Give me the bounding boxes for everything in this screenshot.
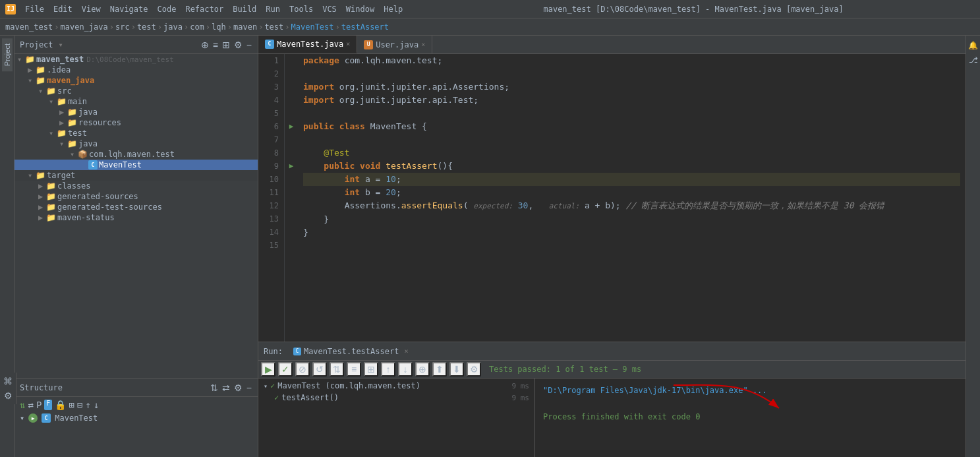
breadcrumb-item[interactable]: MavenTest <box>291 22 334 32</box>
breadcrumb-item[interactable]: test <box>264 22 283 32</box>
run-tab-close[interactable]: × <box>404 348 408 355</box>
menu-code[interactable]: Code <box>154 3 181 15</box>
run-gutter-6[interactable]: ▶ <box>285 120 298 133</box>
menu-help[interactable]: Help <box>380 3 407 15</box>
structure-title: Structure <box>20 383 63 392</box>
tree-item-main[interactable]: ▾ 📁 main <box>14 96 258 107</box>
sort-icon-8[interactable]: ↑ <box>85 400 90 410</box>
project-tree[interactable]: ▾ 📁 maven_test D:\08Code\maven_test ▶ 📁 … <box>14 54 258 378</box>
terminal-button[interactable]: ⌘ <box>3 375 13 387</box>
run-up-button[interactable]: ↑ <box>381 362 395 377</box>
tab-close-button[interactable]: × <box>421 41 425 48</box>
run-stop-button[interactable]: ⊘ <box>295 362 310 377</box>
tree-item-maven-test-file[interactable]: ▶ C MavenTest <box>14 160 258 170</box>
tab-close-button[interactable]: × <box>346 40 350 47</box>
breadcrumb-active: testAssert <box>341 22 389 32</box>
run-play-button[interactable]: ▶ <box>261 362 275 377</box>
tree-item-idea[interactable]: ▶ 📁 .idea <box>14 65 258 75</box>
breadcrumb-item[interactable]: src <box>115 22 130 32</box>
settings-button[interactable]: ⚙ <box>233 39 243 51</box>
run-down-button[interactable]: ↓ <box>398 362 413 377</box>
sort-icon-7[interactable]: ⊟ <box>77 400 82 410</box>
menu-file[interactable]: File <box>21 3 48 15</box>
run-results-tree[interactable]: ▾ ✓ MavenTest (com.lqh.maven.test) 9 ms … <box>258 379 535 457</box>
run-tree-item-maven-test[interactable]: ▾ ✓ MavenTest (com.lqh.maven.test) 9 ms <box>258 380 534 392</box>
structure-close[interactable]: − <box>246 382 252 394</box>
tree-item-package[interactable]: ▾ 📦 com.lqh.maven.test <box>14 149 258 160</box>
menu-window[interactable]: Window <box>342 3 378 15</box>
menu-build[interactable]: Build <box>229 3 260 15</box>
sidebar-dropdown-icon[interactable]: ▾ <box>59 40 63 49</box>
collapse-all-button[interactable]: ≡ <box>212 39 219 51</box>
menu-bar[interactable]: File Edit View Navigate Code Refactor Bu… <box>21 3 407 15</box>
tab-user[interactable]: U User.java × <box>357 36 432 53</box>
breadcrumb-item[interactable]: maven_java <box>60 22 107 32</box>
sort-icon-2[interactable]: ⇄ <box>28 400 33 410</box>
close-sidebar-button[interactable]: − <box>246 39 252 51</box>
folder-icon: 📁 <box>36 171 45 180</box>
breadcrumb-item[interactable]: test <box>137 22 156 32</box>
tree-item-maven-status[interactable]: ▶ 📁 maven-status <box>14 212 258 223</box>
tree-item-maven-test[interactable]: ▾ 📁 maven_test D:\08Code\maven_test <box>14 54 258 65</box>
menu-vcs[interactable]: VCS <box>318 3 341 15</box>
run-zoom-button[interactable]: ⊕ <box>415 362 430 377</box>
menu-tools[interactable]: Tools <box>285 3 317 15</box>
run-tab-item[interactable]: C MavenTest.testAssert × <box>288 346 414 357</box>
sort-icon-4[interactable]: F <box>44 400 52 410</box>
tree-item-generated-test-sources[interactable]: ▶ 📁 generated-test-sources <box>14 202 258 212</box>
breadcrumb-item[interactable]: lqh <box>212 22 226 32</box>
tree-item-generated-sources[interactable]: ▶ 📁 generated-sources <box>14 191 258 202</box>
menu-edit[interactable]: Edit <box>49 3 76 15</box>
tab-maven-test[interactable]: C MavenTest.java × <box>258 36 357 53</box>
breadcrumb-item[interactable]: maven_test <box>5 22 53 32</box>
sort-icon-1[interactable]: ⇅ <box>20 400 25 410</box>
tree-item-target[interactable]: ▾ 📁 target <box>14 170 258 181</box>
structure-item-maven-test[interactable]: ▾ ▶ C MavenTest <box>20 413 252 423</box>
code-content[interactable]: package com.lqh.maven.test; import org.j… <box>298 54 966 342</box>
breadcrumb-item[interactable]: com <box>190 22 204 32</box>
expand-arrow: ▾ <box>17 55 25 64</box>
breadcrumb-item[interactable]: maven <box>233 22 257 32</box>
code-line-7 <box>303 133 960 146</box>
run-gutter-9[interactable]: ▶ <box>285 160 298 173</box>
structure-sort-order[interactable]: ⇄ <box>221 382 231 394</box>
run-check-button[interactable]: ✓ <box>278 362 293 377</box>
structure-sort-alpha[interactable]: ⇅ <box>210 382 219 394</box>
menu-refactor[interactable]: Refactor <box>181 3 227 15</box>
tree-item-src[interactable]: ▾ 📁 src <box>14 86 258 96</box>
run-filter-button[interactable]: ≡ <box>347 362 361 377</box>
run-expand-button[interactable]: ⊞ <box>364 362 378 377</box>
structure-settings[interactable]: ⚙ <box>233 382 243 394</box>
tree-item-classes[interactable]: ▶ 📁 classes <box>14 181 258 191</box>
expand-all-button[interactable]: ⊞ <box>221 39 231 51</box>
code-editor[interactable]: 1 2 3 4 5 6 7 8 9 10 11 12 13 14 15 <box>258 54 966 342</box>
tree-item-test-java[interactable]: ▾ 📁 java <box>14 138 258 149</box>
run-settings-button[interactable]: ⚙ <box>467 362 481 377</box>
sort-icon-3[interactable]: P <box>36 400 42 410</box>
git-button[interactable]: ⎇ <box>966 53 981 67</box>
locate-file-button[interactable]: ⊕ <box>200 39 210 51</box>
run-status-area: Tests passed: 1 of 1 test – 9 ms <box>489 365 641 374</box>
tree-item-main-java[interactable]: ▶ 📁 java <box>14 107 258 117</box>
run-import-button[interactable]: ⬇ <box>449 362 464 377</box>
breadcrumb-item[interactable]: java <box>163 22 183 32</box>
run-rerun-button[interactable]: ↺ <box>312 362 327 377</box>
sort-icon-6[interactable]: ⊞ <box>69 400 74 410</box>
project-tab-button[interactable]: Project <box>2 38 13 71</box>
menu-navigate[interactable]: Navigate <box>106 3 152 15</box>
run-export-button[interactable]: ⬆ <box>432 362 447 377</box>
sort-icon-9[interactable]: ↓ <box>94 400 99 410</box>
menu-run[interactable]: Run <box>262 3 284 15</box>
notifications-button[interactable]: 🔔 <box>966 38 980 53</box>
run-tree-item-test-assert[interactable]: ✓ testAssert() 9 ms <box>258 392 534 404</box>
tree-item-resources[interactable]: ▶ 📁 resources <box>14 117 258 128</box>
menu-view[interactable]: View <box>78 3 105 15</box>
tree-item-test[interactable]: ▾ 📁 test <box>14 128 258 138</box>
expand-icon: ▾ <box>264 382 268 390</box>
tree-item-maven-java[interactable]: ▾ 📁 maven_java <box>14 75 258 86</box>
settings-global-button[interactable]: ⚙ <box>3 390 13 402</box>
run-sort-button[interactable]: ⇅ <box>330 362 344 377</box>
sort-icon-5[interactable]: 🔒 <box>55 400 66 410</box>
folder-icon: 📁 <box>46 202 56 212</box>
test-pass-icon-2: ✓ <box>274 393 279 402</box>
